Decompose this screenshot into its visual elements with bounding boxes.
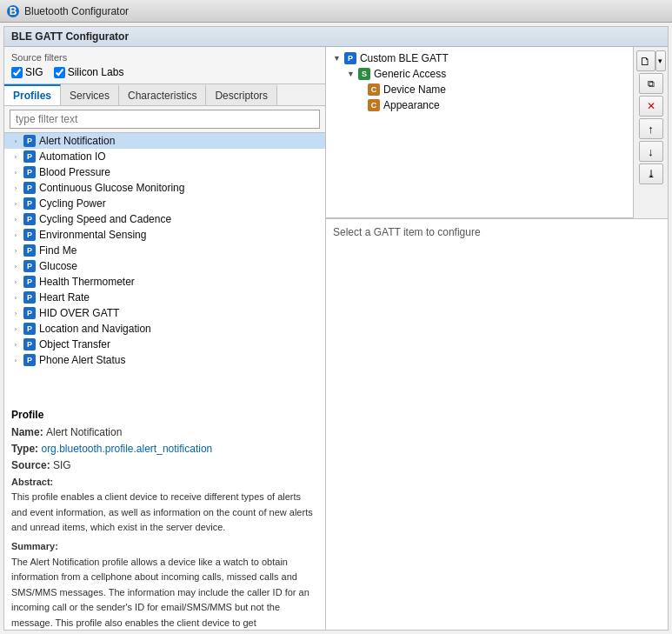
profile-badge: P [23, 182, 36, 194]
filter-input[interactable] [10, 110, 320, 129]
tab-services[interactable]: Services [61, 84, 119, 105]
profile-list-container: › P Alert Notification › P Automation IO… [4, 133, 325, 404]
upper-right: ▼ P Custom BLE GATT ▼ S Generic Access C… [326, 47, 668, 219]
action-buttons: 🗋 ▾ ⧉ ✕ ↑ ↓ ⤓ [633, 47, 668, 218]
tabs-bar: Profiles Services Characteristics Descri… [4, 84, 325, 106]
delete-button[interactable]: ✕ [639, 96, 663, 117]
profile-badge: P [23, 229, 36, 241]
list-item[interactable]: › P Location and Navigation [4, 321, 325, 337]
profile-name: Continuous Glucose Monitoring [39, 182, 184, 194]
checkboxes: SIG Silicon Labs [11, 66, 318, 78]
tree-item-custom-ble-gatt[interactable]: ▼ P Custom BLE GATT [329, 50, 629, 66]
profile-name: Health Thermometer [39, 276, 135, 288]
list-item[interactable]: › P Phone Alert Status [4, 352, 325, 368]
tab-characteristics[interactable]: Characteristics [119, 84, 206, 105]
tree-item-device-name[interactable]: C Device Name [329, 82, 629, 97]
filter-area [4, 106, 325, 133]
gatt-tree-panel: ▼ P Custom BLE GATT ▼ S Generic Access C… [326, 47, 633, 218]
lower-area: Profile Name: Alert Notification Type: o… [4, 404, 668, 630]
chevron-icon: › [11, 184, 20, 192]
characteristic-badge: C [368, 83, 380, 96]
list-item[interactable]: › P Environmental Sensing [4, 227, 325, 243]
profile-name: Environmental Sensing [39, 229, 146, 241]
tree-label: Generic Access [374, 68, 446, 80]
tree-item-generic-access[interactable]: ▼ S Generic Access [329, 66, 629, 82]
profile-badge: P [23, 291, 36, 304]
add-dropdown-button[interactable]: ▾ [655, 50, 666, 71]
detail-source-label: Source: [11, 459, 53, 471]
content-area: Source filters SIG Silicon Labs Profiles… [4, 47, 668, 404]
detail-name-label: Name: [11, 426, 46, 438]
profile-badge: P [23, 244, 36, 257]
profile-badge: P [23, 323, 36, 335]
chevron-icon: › [11, 310, 20, 317]
title-bar: B Bluetooth Configurator [0, 0, 672, 23]
title-bar-text: Bluetooth Configurator [24, 5, 129, 17]
detail-type: Type: org.bluetooth.profile.alert_notifi… [11, 441, 318, 457]
silicon-labs-checkbox[interactable] [54, 67, 65, 78]
list-item[interactable]: › P Automation IO [4, 149, 325, 164]
chevron-icon: › [11, 278, 20, 286]
tree-label: Device Name [383, 83, 446, 96]
list-item[interactable]: › P Cycling Speed and Cadence [4, 211, 325, 227]
tab-profiles[interactable]: Profiles [4, 84, 61, 105]
silicon-labs-checkbox-label[interactable]: Silicon Labs [54, 66, 124, 78]
profile-name: Object Transfer [39, 338, 110, 350]
main-panel: BLE GATT Configurator Source filters SIG… [3, 26, 669, 631]
expand-icon: ▼ [333, 54, 341, 63]
move-up-button[interactable]: ↑ [639, 118, 663, 139]
profile-name: Glucose [39, 260, 77, 272]
profile-badge: P [23, 276, 36, 288]
sig-label: SIG [25, 66, 43, 78]
chevron-icon: › [11, 357, 20, 364]
sig-checkbox[interactable] [11, 67, 23, 78]
list-item[interactable]: › P Find Me [4, 243, 325, 258]
profile-badge: P [23, 338, 36, 350]
add-button[interactable]: 🗋 [636, 50, 655, 71]
chevron-icon: › [11, 294, 20, 302]
list-item[interactable]: › P Object Transfer [4, 337, 325, 352]
profile-name: Heart Rate [39, 291, 90, 304]
list-item[interactable]: › P Cycling Power [4, 196, 325, 211]
detail-type-label: Type: [11, 443, 41, 455]
expand-icon: ▼ [347, 70, 355, 78]
copy-button[interactable]: ⧉ [639, 73, 663, 94]
chevron-icon: › [11, 263, 20, 270]
tab-descriptors[interactable]: Descriptors [206, 84, 277, 105]
profile-name: Alert Notification [39, 135, 115, 147]
profile-name: Cycling Power [39, 197, 106, 210]
profile-badge: P [23, 354, 36, 366]
profile-list: › P Alert Notification › P Automation IO… [4, 133, 325, 404]
chevron-icon: › [11, 325, 20, 333]
chevron-icon: › [11, 200, 20, 208]
profile-badge: P [23, 135, 36, 147]
profile-name: Phone Alert Status [39, 354, 125, 366]
list-item[interactable]: › P Continuous Glucose Monitoring [4, 180, 325, 196]
list-item[interactable]: › P HID OVER GATT [4, 305, 325, 321]
move-down-button[interactable]: ↓ [639, 141, 663, 162]
profile-badge: P [23, 166, 36, 178]
detail-source-value: SIG [53, 459, 71, 471]
profile-name: Find Me [39, 244, 77, 257]
source-filters-label: Source filters [11, 52, 318, 63]
profile-name: Automation IO [39, 150, 106, 163]
sig-checkbox-label[interactable]: SIG [11, 66, 43, 78]
list-item[interactable]: › P Glucose [4, 258, 325, 274]
list-item[interactable]: › P Health Thermometer [4, 274, 325, 290]
list-item[interactable]: › P Blood Pressure [4, 164, 325, 180]
detail-title: Profile [11, 409, 318, 421]
detail-source: Source: SIG [11, 457, 318, 474]
chevron-icon: › [11, 137, 20, 145]
chevron-icon: › [11, 231, 20, 239]
list-item[interactable]: › P Alert Notification [4, 133, 325, 149]
profile-badge: P [23, 213, 36, 225]
profile-badge: P [23, 307, 36, 319]
import-button[interactable]: ⤓ [639, 164, 663, 184]
tree-item-appearance[interactable]: C Appearance [329, 97, 629, 113]
left-panel: Source filters SIG Silicon Labs Profiles… [4, 47, 326, 404]
silicon-labs-label: Silicon Labs [68, 66, 124, 78]
list-item[interactable]: › P Heart Rate [4, 290, 325, 305]
detail-summary-text: The Alert Notification profile allows a … [11, 555, 318, 630]
profile-badge: P [23, 197, 36, 210]
tree-label: Custom BLE GATT [360, 52, 449, 64]
